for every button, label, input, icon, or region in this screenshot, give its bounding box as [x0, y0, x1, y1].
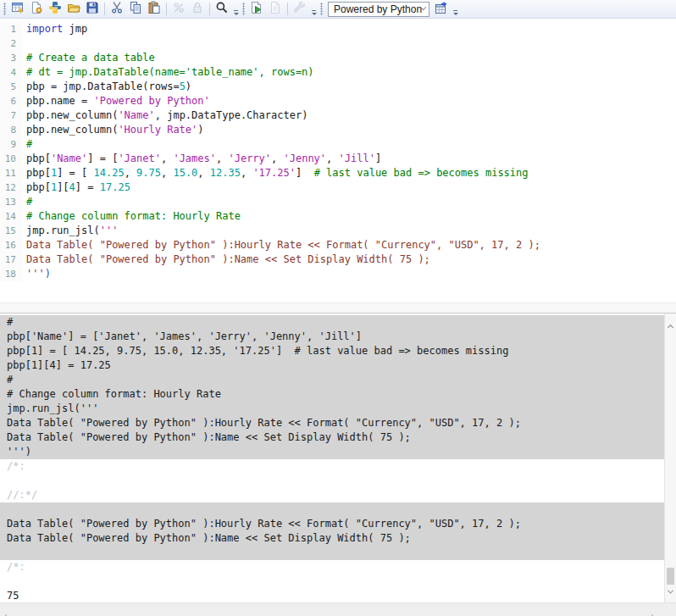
- log-horizontal-scrollbar[interactable]: [0, 602, 676, 616]
- log-line[interactable]: pbp['Name'] = ['Janet', 'James', 'Jerry'…: [0, 330, 664, 344]
- code-text: pbp['Name'] = ['Janet', 'James', 'Jerry'…: [22, 152, 381, 166]
- log-line[interactable]: #: [0, 315, 664, 330]
- log-line[interactable]: Data Table( "Powered by Python" ):Hourly…: [0, 416, 664, 430]
- toolbar-grip[interactable]: [242, 3, 245, 15]
- save-button[interactable]: [83, 1, 102, 18]
- search-icon: [215, 1, 229, 18]
- toolbar-overflow-button[interactable]: [310, 1, 318, 18]
- python-icon: [48, 1, 62, 18]
- log-line[interactable]: pbp[1][4] = 17.25: [0, 358, 664, 373]
- line-number: 1: [0, 22, 22, 36]
- line-number: 4: [0, 65, 22, 80]
- log-line[interactable]: Data Table( "Powered by Python" ):Name <…: [0, 531, 664, 546]
- log-line[interactable]: //:*/: [0, 488, 664, 502]
- code-line[interactable]: 8pbp.new_column('Hourly Rate'): [0, 123, 676, 137]
- log-line[interactable]: /*:: [0, 560, 664, 574]
- code-text: '''): [22, 267, 51, 281]
- log-line[interactable]: [0, 546, 664, 560]
- script-button[interactable]: [266, 1, 285, 18]
- main-toolbar: Powered by Python: [0, 0, 676, 19]
- scroll-right-icon[interactable]: [650, 608, 654, 616]
- code-line[interactable]: 12pbp[1][4] = 17.25: [0, 180, 676, 195]
- code-text: pbp.new_column('Hourly Rate'): [22, 123, 204, 137]
- log-lines: #pbp['Name'] = ['Janet', 'James', 'Jerry…: [0, 315, 664, 602]
- scroll-up-icon[interactable]: [668, 318, 673, 333]
- code-text: pbp[1][4] = 17.25: [22, 180, 130, 195]
- code-line[interactable]: 17Data Table( "Powered by Python" ):Name…: [0, 253, 676, 267]
- log-line[interactable]: jmp.run_jsl(''': [0, 402, 664, 416]
- new-data-table-button[interactable]: [8, 1, 27, 18]
- log-line[interactable]: Data Table( "Powered by Python" ):Hourly…: [0, 517, 664, 531]
- log-line[interactable]: #: [0, 373, 664, 387]
- new-data-table-icon: [11, 1, 25, 18]
- code-line[interactable]: 1import jmp: [0, 22, 676, 36]
- code-line[interactable]: 11pbp[1] = [ 14.25, 9.75, 15.0, 12.35, '…: [0, 166, 676, 180]
- toolbar-grip[interactable]: [320, 3, 323, 15]
- log-line[interactable]: /*:: [0, 459, 664, 474]
- overflow-bar: [234, 10, 238, 11]
- python-environment-button[interactable]: [46, 1, 64, 18]
- paste-button[interactable]: [145, 1, 163, 18]
- tools-button[interactable]: [291, 1, 309, 18]
- code-text: # Create a data table: [22, 51, 155, 65]
- scroll-down-icon[interactable]: [668, 582, 673, 597]
- log-line[interactable]: [0, 502, 664, 517]
- run-script-button[interactable]: [247, 1, 266, 18]
- code-line[interactable]: 5pbp = jmp.DataTable(rows=5): [0, 80, 676, 94]
- code-line[interactable]: 6pbp.name = 'Powered by Python': [0, 94, 676, 108]
- code-text: #: [22, 195, 32, 209]
- line-number: 18: [0, 267, 22, 281]
- code-line[interactable]: 7pbp.new_column('Name', jmp.DataType.Cha…: [0, 108, 676, 123]
- log-line[interactable]: pbp[1] = [ 14.25, 9.75, 15.0, 12.35, '17…: [0, 344, 664, 358]
- line-number: 5: [0, 80, 22, 94]
- code-text: import jmp: [22, 22, 87, 36]
- toolbar-overflow-button[interactable]: [232, 1, 240, 18]
- code-line[interactable]: 4# dt = jmp.DataTable(name='table_name',…: [0, 65, 676, 80]
- code-line[interactable]: 3# Create a data table: [0, 51, 676, 65]
- log-line[interactable]: # Change column format: Hourly Rate: [0, 387, 664, 402]
- log-pane[interactable]: #pbp['Name'] = ['Janet', 'James', 'Jerry…: [0, 313, 676, 602]
- code-line[interactable]: 16Data Table( "Powered by Python" ):Hour…: [0, 238, 676, 253]
- scroll-left-icon[interactable]: [4, 608, 8, 616]
- line-number: 15: [0, 224, 22, 238]
- editor-horizontal-scrollbar[interactable]: [0, 302, 676, 313]
- code-line[interactable]: 10pbp['Name'] = ['Janet', 'James', 'Jerr…: [0, 152, 676, 166]
- toolbar-separator: [287, 3, 288, 15]
- code-text: pbp = jmp.DataTable(rows=5): [22, 80, 191, 94]
- code-text: #: [22, 137, 32, 152]
- percent-format-button[interactable]: [169, 1, 188, 18]
- code-line[interactable]: 14# Change column format: Hourly Rate: [0, 209, 676, 224]
- save-icon: [86, 1, 99, 18]
- copy-button[interactable]: [126, 1, 145, 18]
- log-line[interactable]: [0, 574, 664, 589]
- script-editor-pane[interactable]: 1import jmp2 3# Create a data table4# dt…: [0, 19, 676, 302]
- toolbar-grip[interactable]: [3, 3, 6, 15]
- percent-icon: [172, 1, 186, 18]
- code-line[interactable]: 13#: [0, 195, 676, 209]
- code-text: pbp.name = 'Powered by Python': [22, 94, 210, 108]
- code-line[interactable]: 18'''): [0, 267, 676, 281]
- code-line[interactable]: 15jmp.run_jsl(''': [0, 224, 676, 238]
- log-line[interactable]: Data Table( "Powered by Python" ):Name <…: [0, 430, 664, 445]
- code-line[interactable]: 2: [0, 36, 676, 51]
- cut-button[interactable]: [108, 1, 126, 18]
- environment-combobox[interactable]: Powered by Python: [328, 2, 429, 17]
- lock-button[interactable]: [188, 1, 207, 18]
- goto-data-table-button[interactable]: [432, 1, 451, 18]
- overflow-bar: [312, 10, 316, 11]
- toolbar-group-run: [241, 0, 319, 19]
- chevron-down-icon: [421, 5, 426, 10]
- line-number: 13: [0, 195, 22, 209]
- open-button[interactable]: [64, 1, 83, 18]
- cut-icon: [110, 1, 124, 18]
- line-number: 6: [0, 94, 22, 108]
- search-button[interactable]: [213, 1, 231, 18]
- log-line[interactable]: '''): [0, 445, 664, 459]
- log-vertical-scrollbar[interactable]: [664, 314, 676, 602]
- toolbar-overflow-button[interactable]: [452, 1, 459, 18]
- code-text: Data Table( "Powered by Python" ):Hourly…: [22, 238, 540, 253]
- log-line[interactable]: [0, 474, 664, 488]
- new-script-button[interactable]: [27, 1, 46, 18]
- code-line[interactable]: 9#: [0, 137, 676, 152]
- log-line[interactable]: 75: [0, 589, 664, 602]
